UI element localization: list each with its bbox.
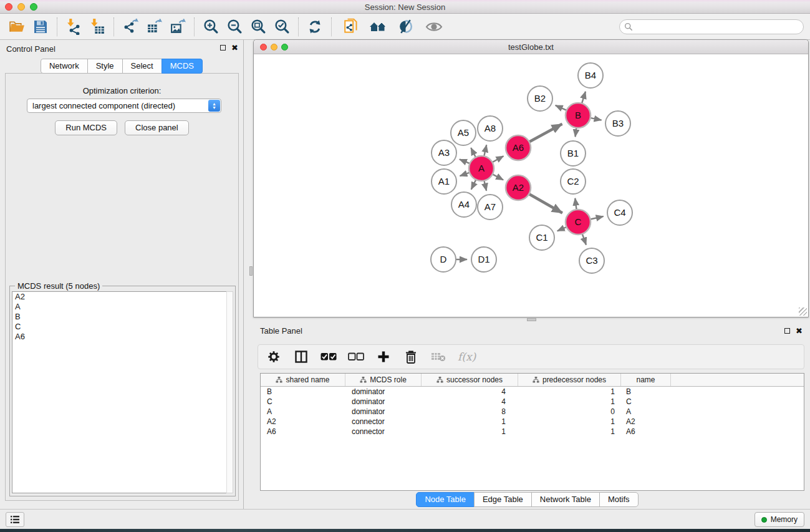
status-bar: Memory [0, 509, 810, 529]
zoom-selected-button[interactable] [270, 16, 294, 37]
network-node-B4[interactable]: B4 [578, 63, 603, 88]
node-label: A2 [513, 182, 524, 193]
network-node-B2[interactable]: B2 [528, 86, 552, 111]
close-panel-button[interactable]: Close panel [125, 120, 189, 135]
checked-boxes-icon [321, 352, 337, 361]
control-panel-header: Control Panel ✖ [0, 40, 243, 57]
network-node-C[interactable]: C [566, 210, 591, 235]
tab-network-table[interactable]: Network Table [531, 492, 600, 507]
network-node-A[interactable]: A [469, 156, 494, 181]
network-edge-A2-C[interactable] [528, 193, 562, 213]
window-resize-grip[interactable] [799, 307, 807, 316]
network-node-C2[interactable]: C2 [561, 169, 586, 194]
network-node-A8[interactable]: A8 [478, 116, 503, 141]
node-label: A5 [458, 127, 469, 138]
hide-graphics-details-button[interactable] [393, 16, 417, 37]
tab-select[interactable]: Select [122, 59, 162, 74]
mcds-result-item[interactable]: A6 [12, 332, 226, 342]
delete-columns-button[interactable] [403, 349, 419, 365]
optimization-criterion-label: Optimization criterion: [6, 86, 238, 95]
column-header-predecessor-nodes[interactable]: predecessor nodes [518, 374, 621, 386]
delete-table-button[interactable] [430, 349, 446, 365]
mcds-result-item[interactable]: A2 [12, 292, 226, 302]
zoom-in-button[interactable] [199, 16, 223, 37]
network-node-B[interactable]: B [566, 103, 591, 128]
eye-icon [425, 18, 443, 36]
close-panel-icon[interactable]: ✖ [231, 44, 238, 51]
network-node-B1[interactable]: B1 [561, 141, 586, 166]
table-row[interactable]: Cdominator41C [261, 397, 804, 407]
network-node-A2[interactable]: A2 [506, 175, 531, 200]
mcds-list-scrollbar[interactable] [226, 291, 233, 493]
app-titlebar: Session: New Session [0, 0, 810, 14]
zoom-out-button[interactable] [223, 16, 246, 37]
search-input[interactable] [619, 19, 804, 34]
show-columns-button[interactable] [293, 349, 309, 365]
export-table-button[interactable] [142, 16, 166, 37]
zoom-out-icon [226, 18, 243, 35]
mcds-result-item[interactable]: A [12, 302, 226, 312]
unselect-all-columns-button[interactable] [348, 349, 364, 365]
save-session-button[interactable] [29, 16, 52, 37]
float-panel-icon[interactable] [784, 328, 790, 334]
tab-motifs[interactable]: Motifs [599, 492, 639, 507]
network-node-A4[interactable]: A4 [451, 192, 476, 217]
network-node-A5[interactable]: A5 [451, 120, 476, 145]
tab-network[interactable]: Network [41, 59, 88, 74]
export-network-button[interactable] [118, 16, 142, 37]
table-row[interactable]: Adominator80A [261, 407, 804, 417]
network-node-A1[interactable]: A1 [432, 169, 456, 194]
table-row[interactable]: A6connector11A6 [261, 427, 804, 437]
clone-network-button[interactable] [340, 16, 364, 37]
toolbar-separator [298, 17, 299, 36]
table-cell: B [621, 387, 671, 396]
application-window: Session: New Session [0, 0, 810, 532]
vertical-divider-handle[interactable] [249, 266, 253, 276]
tab-node-table[interactable]: Node Table [416, 492, 475, 507]
mcds-result-item[interactable]: B [12, 312, 226, 322]
close-panel-icon[interactable]: ✖ [796, 327, 803, 334]
import-network-button[interactable] [62, 16, 85, 37]
network-node-C3[interactable]: C3 [579, 248, 604, 273]
export-image-button[interactable] [166, 16, 190, 37]
network-node-A3[interactable]: A3 [432, 140, 456, 165]
network-node-A7[interactable]: A7 [478, 195, 503, 220]
table-row[interactable]: A2connector11A2 [261, 417, 804, 427]
show-task-history-button[interactable] [6, 512, 24, 527]
float-panel-icon[interactable] [220, 45, 226, 51]
network-node-B3[interactable]: B3 [605, 111, 630, 136]
import-table-button[interactable] [85, 16, 109, 37]
mcds-result-item[interactable]: C [12, 322, 226, 332]
tab-style[interactable]: Style [87, 59, 123, 74]
open-session-button[interactable] [5, 16, 29, 37]
column-header-shared-name[interactable]: shared name [261, 374, 345, 386]
toolbar-separator [57, 17, 57, 36]
mcds-result-title: MCDS result (5 nodes) [15, 281, 102, 291]
select-all-columns-button[interactable] [321, 349, 337, 365]
tab-edge-table[interactable]: Edge Table [474, 492, 532, 507]
tab-mcds[interactable]: MCDS [162, 59, 203, 74]
column-header-successor-nodes[interactable]: successor nodes [422, 374, 518, 386]
zoom-fit-button[interactable] [246, 16, 270, 37]
network-edge-A6-B[interactable] [528, 124, 562, 143]
home-button[interactable] [366, 16, 390, 37]
network-node-C4[interactable]: C4 [607, 200, 632, 225]
memory-button[interactable]: Memory [755, 512, 804, 527]
criterion-select[interactable]: largest connected component (directed) ▲… [27, 99, 221, 113]
column-header-mcds-role[interactable]: MCDS role [345, 374, 422, 386]
network-canvas[interactable]: B4B2BB3A8A5A6A3B1AA1C2A2A4A7C4CC1C3DD1 [254, 54, 808, 317]
column-header-name[interactable]: name [621, 374, 671, 386]
network-node-D1[interactable]: D1 [471, 247, 496, 272]
network-window-titlebar[interactable]: testGlobe.txt [254, 40, 808, 54]
network-node-D[interactable]: D [431, 247, 456, 272]
run-mcds-button[interactable]: Run MCDS [55, 120, 117, 135]
create-new-column-button[interactable] [375, 349, 392, 365]
table-row[interactable]: Bdominator41B [261, 387, 804, 397]
network-node-A6[interactable]: A6 [506, 135, 531, 160]
network-node-C1[interactable]: C1 [529, 225, 554, 250]
node-label: C4 [614, 207, 625, 218]
function-builder-button[interactable]: f(x) [458, 349, 476, 365]
table-options-button[interactable] [266, 349, 282, 365]
refresh-button[interactable] [303, 16, 327, 37]
show-graphics-details-button[interactable] [422, 16, 446, 37]
